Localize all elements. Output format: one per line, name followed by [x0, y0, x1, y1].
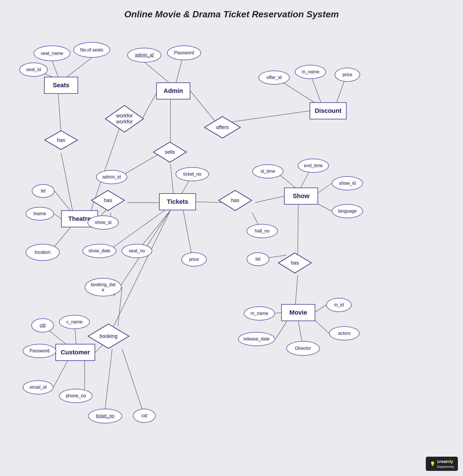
entity-seats: Seats	[44, 77, 78, 94]
attr-tid-show: tid	[247, 252, 269, 266]
attr-ticket-no-cust: ticket_no	[88, 409, 122, 423]
attr-director: Director	[286, 341, 320, 356]
attr-admin-id-mid: admin_id	[96, 170, 127, 184]
attr-st-time: st_time	[252, 164, 283, 178]
attr-tid-theatre: tid	[32, 184, 55, 198]
attr-email-id: email_id	[23, 380, 53, 394]
svg-line-51	[105, 349, 112, 409]
rel-offers: offers	[204, 116, 241, 139]
creately-text: createlyDiagramming	[437, 459, 454, 469]
attr-password-cust: Password	[23, 344, 56, 358]
svg-line-29	[255, 196, 284, 203]
attr-actors: actors	[329, 326, 360, 340]
attr-password-admin: Password	[167, 45, 201, 60]
attr-no-of-seats: No.of seats	[73, 42, 110, 58]
attr-show-id-show: show_id	[332, 176, 363, 190]
entity-admin: Admin	[156, 82, 190, 99]
svg-line-16	[55, 191, 70, 211]
svg-line-4	[61, 153, 72, 210]
svg-line-46	[53, 361, 68, 387]
svg-line-40	[276, 321, 287, 339]
attr-seat-no: seat_no	[122, 244, 152, 258]
svg-line-36	[298, 205, 298, 255]
attr-hall-no: hall_no	[247, 224, 278, 238]
entity-tickets: Tickets	[159, 193, 196, 210]
page-title: Online Movie & Drama Ticket Reservation …	[124, 9, 339, 20]
svg-line-17	[54, 214, 61, 219]
entity-show: Show	[284, 188, 318, 205]
attr-offer-id: offer_id	[258, 70, 290, 85]
svg-line-0	[52, 61, 58, 77]
entity-movie: Movie	[281, 304, 315, 321]
svg-line-1	[67, 58, 92, 77]
svg-line-3	[58, 94, 61, 134]
attr-price-tickets: price	[181, 252, 207, 267]
rel-has-tickets-show: has	[218, 190, 252, 211]
svg-line-39	[315, 305, 326, 312]
svg-line-10	[170, 164, 173, 193]
svg-line-49	[114, 210, 170, 326]
svg-line-33	[318, 204, 332, 211]
svg-line-38	[274, 313, 281, 313]
attr-seat-id: seat_id	[19, 63, 48, 77]
attr-show-date: show_date	[82, 244, 116, 258]
attr-m-id: m_id	[326, 298, 352, 312]
attr-cid: cid	[31, 318, 54, 332]
attr-seat-name: seat_name	[34, 45, 70, 61]
attr-ticket-no-tickets: ticket_no	[176, 167, 209, 181]
rel-has-seats-theatre: has	[44, 130, 78, 150]
attr-booking-date: booking_dat e	[85, 278, 122, 296]
svg-line-37	[295, 275, 298, 304]
bulb-icon: 💡	[430, 461, 435, 467]
attr-admin-id-top: admin_id	[127, 48, 161, 63]
attr-cid-booking: cid	[133, 409, 156, 423]
attr-show-id-tickets: show_id	[87, 215, 119, 230]
creately-logo: 💡 createlyDiagramming	[426, 457, 458, 471]
rel-booking: booking	[87, 323, 130, 349]
attr-language: language	[332, 204, 363, 218]
svg-line-52	[122, 349, 144, 416]
rel-sells: sells	[153, 142, 187, 163]
attr-c-name: c_name	[59, 315, 90, 329]
entity-discount: Discount	[310, 102, 347, 119]
attr-price-discount: price	[335, 68, 360, 82]
svg-line-41	[298, 321, 302, 341]
svg-line-6	[176, 60, 182, 83]
attr-tname: tname	[26, 207, 54, 221]
attr-release-date: release_date	[238, 332, 275, 346]
svg-line-27	[183, 210, 193, 259]
attr-m-name-movie: m_name	[244, 306, 275, 321]
diagram-container: Online Movie & Drama Ticket Reservation …	[0, 0, 463, 476]
rel-has-theatre-tickets: has	[91, 190, 125, 211]
connection-lines	[0, 0, 463, 476]
attr-phone-no: phone_no	[59, 389, 93, 403]
attr-m-name-discount: m_name	[295, 65, 326, 79]
rel-workfor: workfor workfor	[105, 105, 144, 133]
svg-line-50	[118, 287, 122, 326]
svg-line-32	[318, 183, 332, 193]
svg-line-42	[315, 321, 329, 333]
svg-line-12	[230, 111, 310, 122]
rel-has-show-movie: has	[278, 252, 312, 274]
svg-line-5	[145, 63, 169, 83]
attr-end-time: end_time	[298, 159, 329, 173]
attr-location: location	[26, 244, 60, 261]
